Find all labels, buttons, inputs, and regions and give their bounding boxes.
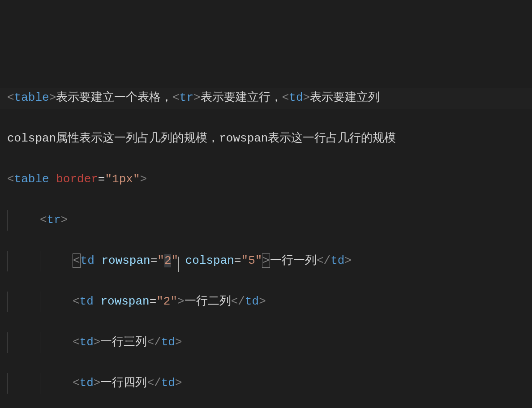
code-line[interactable]: <table border="1px"> xyxy=(7,169,525,190)
text-cursor xyxy=(178,257,179,272)
text: colspan属性表示这一列占几列的规模，rowspan表示这一行占几行的规模 xyxy=(7,132,396,145)
attr-rowspan: rowspan xyxy=(100,295,149,308)
cell-text: 一行二列 xyxy=(184,295,231,308)
code-line[interactable]: <td rowspan="2" colspan="5">一行一列</td> xyxy=(7,251,525,271)
text: 表示要建立一个表格， xyxy=(56,91,172,104)
tag-td: td xyxy=(81,254,94,267)
tag-tr: tr xyxy=(180,91,193,104)
tag-td-close: td xyxy=(161,335,175,349)
code-line[interactable]: <tr> xyxy=(7,210,525,231)
val-1px: "1px" xyxy=(105,172,140,186)
code-line[interactable]: <td>一行四列</td> xyxy=(7,373,525,394)
text: 表示要建立列 xyxy=(310,91,380,104)
val-2: "2" xyxy=(156,295,177,308)
tag-td: td xyxy=(80,376,94,390)
tag-td: td xyxy=(289,91,303,104)
tag-td-close: td xyxy=(330,254,344,267)
cell-text: 一行三列 xyxy=(100,335,147,349)
tag-td-close: td xyxy=(245,295,259,308)
tag-tr-open: tr xyxy=(47,213,61,227)
cell-text: 一行四列 xyxy=(100,376,147,390)
code-line[interactable]: <table>表示要建立一个表格，<tr>表示要建立行，<td>表示要建立列 xyxy=(7,88,525,108)
tag-table-open: table xyxy=(14,172,49,186)
code-line[interactable]: colspan属性表示这一列占几列的规模，rowspan表示这一行占几行的规模 xyxy=(7,129,525,149)
tag-td-close: td xyxy=(161,376,175,390)
code-editor[interactable]: <table>表示要建立一个表格，<tr>表示要建立行，<td>表示要建立列 c… xyxy=(0,0,532,408)
tag-td: td xyxy=(80,335,94,349)
code-line[interactable]: <td rowspan="2">一行二列</td> xyxy=(7,292,525,312)
tag-td: td xyxy=(80,295,94,308)
attr-border: border xyxy=(56,172,98,186)
attr-rowspan: rowspan xyxy=(101,254,150,267)
code-line[interactable]: <td>一行三列</td> xyxy=(7,332,525,353)
text: 表示要建立行， xyxy=(201,91,282,104)
attr-colspan: colspan xyxy=(185,254,234,267)
val-5: "5" xyxy=(241,254,262,267)
cell-text: 一行一列 xyxy=(270,254,317,267)
tag-table: table xyxy=(14,91,49,104)
